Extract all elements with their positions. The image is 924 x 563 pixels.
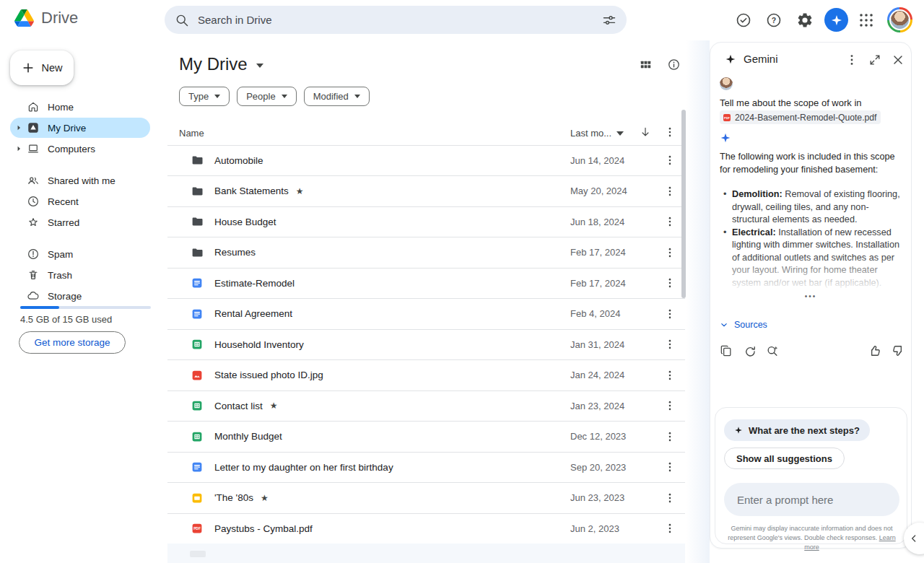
attached-file-chip[interactable]: PDF 2024-Basement-Remodel-Quote.pdf — [720, 110, 881, 124]
apps-grid-icon[interactable] — [858, 12, 875, 29]
sidebar-item-starred[interactable]: Starred — [10, 212, 150, 232]
copy-response-icon[interactable] — [719, 344, 733, 358]
file-row-paystubs-cymbal-pdf[interactable]: PDFPaystubs - Cymbal.pdfJun 2, 2023 — [167, 514, 685, 545]
row-more-menu-icon[interactable] — [663, 522, 676, 535]
show-all-suggestions-button[interactable]: Show all suggestions — [724, 448, 845, 469]
svg-text:PDF: PDF — [193, 528, 201, 531]
sparkle-icon — [734, 426, 743, 435]
response-bullet-electrical: Electrical: Installation of new recessed… — [723, 227, 902, 290]
thumbs-down-icon[interactable] — [891, 344, 905, 358]
sidebar-item-spam[interactable]: Spam — [10, 244, 150, 264]
row-more-menu-icon[interactable] — [663, 246, 676, 259]
chevron-down-icon — [282, 95, 287, 98]
overflow-indicator: ••• — [710, 292, 911, 300]
search-related-icon[interactable] — [765, 344, 780, 358]
column-header-modified[interactable]: Last mo... — [570, 128, 624, 139]
expand-arrow-icon[interactable] — [14, 123, 25, 133]
list-header-menu-icon[interactable] — [663, 126, 676, 139]
new-button-label: New — [41, 62, 62, 74]
row-more-menu-icon[interactable] — [663, 307, 676, 320]
folder-file-icon — [191, 246, 204, 259]
grid-view-toggle[interactable] — [639, 58, 653, 71]
file-rows: AutomobileJun 14, 2024Bank Statements★Ma… — [167, 145, 685, 545]
close-panel-icon[interactable] — [891, 53, 905, 67]
search-input[interactable]: Search in Drive — [198, 14, 602, 26]
drive-logo[interactable]: Drive — [14, 9, 78, 27]
details-info-icon[interactable] — [667, 58, 681, 71]
file-name: Rental Agreement — [214, 308, 292, 319]
row-more-menu-icon[interactable] — [663, 430, 676, 443]
filter-chip-people[interactable]: People — [237, 87, 296, 106]
file-row-bank-statements[interactable]: Bank Statements★May 20, 2024 — [167, 176, 685, 207]
gemini-more-menu-icon[interactable] — [845, 53, 859, 67]
file-name: House Budget — [214, 217, 276, 227]
row-more-menu-icon[interactable] — [663, 185, 676, 198]
thumbs-up-icon[interactable] — [868, 344, 882, 358]
search-bar[interactable]: Search in Drive — [165, 6, 627, 34]
my-drive-menu-caret[interactable] — [256, 58, 263, 71]
last-modified-date: Dec 12, 2023 — [570, 431, 626, 442]
file-row-estimate-remodel[interactable]: Estimate-RemodelFeb 17, 2024 — [167, 269, 685, 300]
starred-icon — [27, 216, 40, 229]
help-icon[interactable]: ? — [765, 12, 783, 29]
file-row-monthly-budget[interactable]: Monthly BudgetDec 12, 2023 — [167, 422, 685, 453]
row-more-menu-icon[interactable] — [663, 399, 676, 412]
suggestion-chip-next-steps[interactable]: What are the next steps? — [724, 419, 870, 441]
offline-status-icon[interactable] — [735, 12, 752, 29]
row-more-menu-icon[interactable] — [663, 492, 676, 505]
sidebar-nav: HomeMy DriveComputersShared with meRecen… — [0, 97, 165, 307]
file-row-household-inventory[interactable]: Household InventoryJan 31, 2024 — [167, 330, 685, 361]
drive-logo-icon — [14, 9, 34, 27]
sources-label: Sources — [734, 320, 767, 330]
row-more-menu-icon[interactable] — [663, 154, 676, 167]
column-header-name[interactable]: Name — [179, 128, 204, 139]
file-row-house-budget[interactable]: House BudgetJun 18, 2024 — [167, 207, 685, 238]
sidebar-item-my-drive[interactable]: My Drive — [10, 118, 150, 138]
filter-chip-type[interactable]: Type — [179, 87, 230, 106]
filter-chip-modified[interactable]: Modified — [304, 87, 370, 106]
settings-gear-icon[interactable] — [796, 12, 814, 29]
sidebar-item-shared-with-me[interactable]: Shared with me — [10, 170, 150, 191]
gemini-sparkle-button[interactable] — [824, 8, 848, 32]
sidebar-item-recent[interactable]: Recent — [10, 191, 150, 211]
sidebar-item-storage[interactable]: Storage — [10, 286, 150, 306]
attached-file-name: 2024-Basement-Remodel-Quote.pdf — [735, 113, 876, 123]
row-more-menu-icon[interactable] — [663, 338, 676, 351]
row-more-menu-icon[interactable] — [663, 215, 676, 228]
gemini-panel-header: Gemini — [710, 51, 911, 70]
account-avatar[interactable] — [887, 7, 912, 32]
regenerate-icon[interactable] — [743, 344, 757, 358]
computers-icon — [27, 142, 40, 155]
search-options-icon[interactable] — [602, 13, 616, 27]
page-title: My Drive — [179, 54, 248, 74]
clipped-next-row — [167, 544, 685, 563]
sidebar-item-trash[interactable]: Trash — [10, 265, 150, 285]
file-row-automobile[interactable]: AutomobileJun 14, 2024 — [167, 146, 685, 177]
sheet-file-icon — [191, 399, 204, 412]
sort-direction-icon[interactable] — [639, 126, 652, 139]
sidebar-item-home[interactable]: Home — [10, 97, 150, 117]
file-row-rental-agreement[interactable]: Rental AgreementFeb 4, 2024 — [167, 299, 685, 330]
sidebar-item-computers[interactable]: Computers — [10, 139, 150, 159]
file-row-letter-to-my-daughter-on-her-first-birthday[interactable]: Letter to my daughter on her first birth… — [167, 453, 685, 484]
expand-arrow-icon[interactable] — [14, 144, 25, 154]
file-row-contact-list[interactable]: Contact list★Jan 23, 2024 — [167, 391, 685, 422]
storage-progress-bar — [20, 306, 151, 309]
sources-toggle[interactable]: Sources — [719, 320, 767, 330]
trash-icon — [27, 269, 40, 282]
row-more-menu-icon[interactable] — [663, 461, 676, 473]
file-row-state-issued-photo-id-jpg[interactable]: State issued photo ID.jpgJan 24, 2024 — [167, 360, 685, 391]
file-row-resumes[interactable]: ResumesFeb 17, 2024 — [167, 237, 685, 269]
row-more-menu-icon[interactable] — [663, 369, 676, 382]
get-more-storage-button[interactable]: Get more storage — [19, 331, 126, 354]
file-row-the-80s[interactable]: 'The '80s★Jun 23, 2023 — [167, 483, 685, 514]
prompt-input[interactable]: Enter a prompt here — [724, 483, 899, 516]
file-name: Automobile — [214, 155, 263, 166]
last-modified-date: Jan 31, 2024 — [570, 339, 624, 350]
sidebar-item-label: Trash — [48, 270, 72, 281]
response-intro: The following work is included in this s… — [720, 151, 900, 176]
row-more-menu-icon[interactable] — [663, 276, 676, 289]
my-drive-icon — [27, 121, 40, 134]
new-button[interactable]: New — [10, 51, 74, 85]
expand-panel-icon[interactable] — [868, 53, 882, 67]
